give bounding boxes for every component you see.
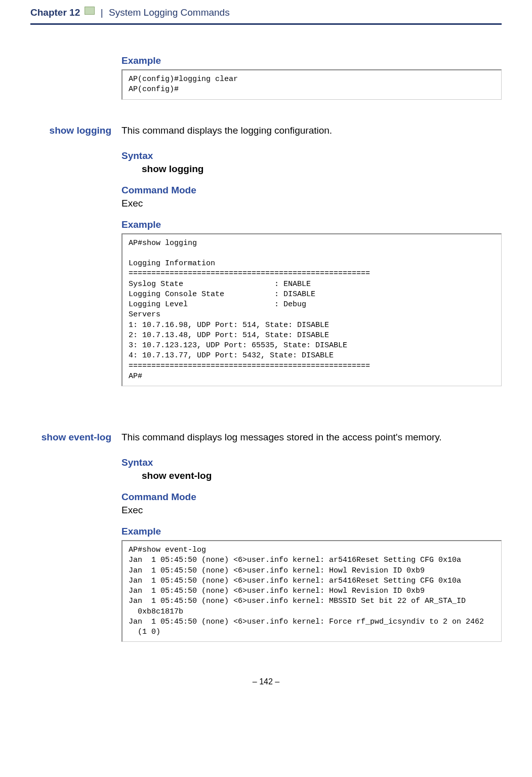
- command-mode-value: Exec: [121, 198, 502, 209]
- syntax-command: show logging: [142, 163, 502, 175]
- chapter-title: System Logging Commands: [109, 7, 230, 18]
- command-description: This command displays log messages store…: [121, 432, 502, 443]
- example-heading: Example: [121, 526, 502, 537]
- section-body: This command displays log messages store…: [121, 432, 502, 647]
- code-block-show-event-log: AP#show event-log Jan 1 05:45:50 (none) …: [121, 540, 502, 642]
- section-logging-clear: Example AP(config)#logging clear AP(conf…: [121, 55, 502, 100]
- side-label-show-event-log: show event-log: [30, 432, 121, 647]
- page-number: – 142 –: [253, 677, 279, 686]
- header-separator: |: [101, 7, 103, 18]
- code-block-show-logging: AP#show logging Logging Information ====…: [121, 233, 502, 387]
- page-footer: – 142 –: [30, 677, 502, 686]
- command-mode-value: Exec: [121, 505, 502, 516]
- side-label-show-logging: show logging: [30, 125, 121, 407]
- syntax-command: show event-log: [142, 470, 502, 481]
- example-heading: Example: [121, 55, 502, 66]
- section-body: This command displays the logging config…: [121, 125, 502, 407]
- header-rule: [30, 23, 502, 25]
- code-block-logging-clear: AP(config)#logging clear AP(config)#: [121, 69, 502, 100]
- syntax-heading: Syntax: [121, 150, 502, 161]
- content-area: Example AP(config)#logging clear AP(conf…: [121, 55, 502, 647]
- command-mode-heading: Command Mode: [121, 492, 502, 503]
- syntax-heading: Syntax: [121, 457, 502, 468]
- section-show-logging: show logging This command displays the l…: [121, 125, 502, 407]
- page: Chapter 12 | System Logging Commands Exa…: [0, 0, 532, 707]
- section-show-event-log: show event-log This command displays log…: [121, 432, 502, 647]
- page-header: Chapter 12 | System Logging Commands: [30, 0, 502, 21]
- command-description: This command displays the logging config…: [121, 125, 502, 136]
- command-mode-heading: Command Mode: [121, 185, 502, 196]
- example-heading: Example: [121, 219, 502, 230]
- header-tab-icon: [85, 7, 95, 15]
- chapter-label: Chapter 12: [30, 7, 80, 18]
